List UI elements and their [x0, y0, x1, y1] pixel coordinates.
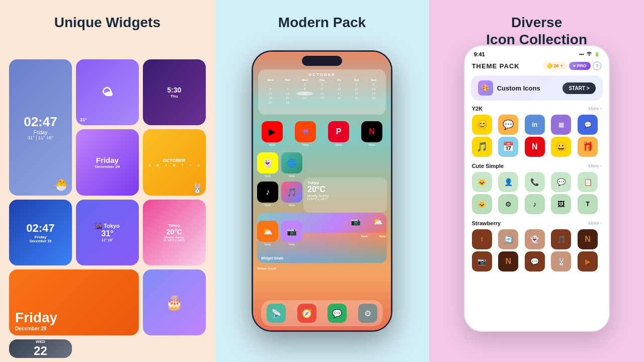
y2k-icons-row1: 😊 💬 in ▦ 💬: [472, 115, 602, 135]
camera-app-label: Note: [289, 243, 295, 246]
tiktok-icon: ♪: [257, 182, 278, 203]
app-tiktok: ♪ Note: [257, 182, 278, 207]
widget-wed-num: 22: [34, 344, 47, 358]
coin-plus: +: [560, 63, 563, 68]
sb-icon-4: 🎵: [551, 229, 571, 249]
phone-mockup: OCTOBER Mon Tue Wed Thu Fri Sat Sun 1 2 …: [252, 50, 392, 332]
strawberry-icons-row1: f 🔄 👻 🎵 N: [472, 229, 602, 249]
right-panel: DiverseIcon Collection 9:41 ▪▪▪ 🔋 THEME …: [429, 0, 644, 362]
phone-calendar-widget: OCTOBER Mon Tue Wed Thu Fri Sat Sun 1 2 …: [258, 69, 386, 115]
cs-icon-3: 📞: [525, 172, 545, 192]
weather-app-label: Note: [265, 243, 271, 246]
phone-dock: 📡 🧭 💬 ⚙: [261, 300, 383, 326]
y2k-header: Y2K More ›: [472, 106, 602, 112]
widget-weather2-city: 🌆 Tokyo: [95, 223, 120, 229]
music-icon: 🎵: [281, 182, 302, 203]
widget-weather: 🌤 31°: [76, 59, 139, 125]
left-panel-title: Unique Widgets: [44, 0, 171, 36]
help-icon: ?: [596, 63, 598, 68]
y2k-icon-10: 🎁: [578, 137, 598, 157]
widget-weather2-temp: 31°: [101, 229, 113, 238]
note-label-2: Note: [379, 235, 386, 238]
right-phone-mockup: 9:41 ▪▪▪ 🔋 THEME PACK 🟡 20 + ♥ PR: [464, 45, 610, 332]
widget-fri-big-day: Friday: [15, 310, 57, 326]
cs-icon-5: 📋: [578, 172, 598, 192]
widget-small-time-val: 5:30: [167, 86, 181, 94]
y2k-icon-5: 💬: [578, 115, 598, 135]
cute-simple-icons-row2: 🐱 ⚙ ♪ 🖼 T: [472, 194, 602, 214]
app-youtube-label: Note: [269, 143, 276, 146]
start-button[interactable]: START >: [562, 82, 595, 94]
big-widget-label: Widget Small: [261, 256, 283, 260]
widget-time2-day: Friday: [34, 235, 46, 239]
y2k-icon-2: 💬: [498, 115, 518, 135]
camera-app-icon: 📷: [281, 221, 302, 242]
help-button[interactable]: ?: [593, 61, 602, 70]
app-netflix: N Note: [357, 121, 387, 146]
widget-cal-month: OCTOBER: [163, 158, 186, 163]
app-pinterest: P Note: [324, 121, 354, 146]
pro-label: PRO: [577, 63, 587, 68]
widget-fri-label: Friday: [96, 156, 119, 164]
cute-simple-title: Cute Simple: [472, 163, 504, 169]
cs-icon-7: ⚙: [498, 194, 518, 214]
cs-icon-6: 🐱: [472, 194, 492, 214]
strawberry-more[interactable]: More ›: [589, 221, 602, 226]
section-y2k: Y2K More › 😊 💬 in ▦ 💬 🎵 📅 N 😀 🎁: [465, 103, 609, 160]
widget-tokyo-temp: 20°C: [167, 228, 182, 236]
widget-small-label: Widget Small: [257, 267, 276, 270]
sb-icon-9: 🐰: [551, 251, 571, 272]
app-row-tiktok: ♪ Note 🎵 Note: [257, 182, 302, 207]
y2k-more[interactable]: More ›: [589, 106, 602, 111]
right-panel-title: DiverseIcon Collection: [476, 0, 597, 53]
sb-icon-6: 📷: [472, 251, 492, 272]
reddit-icon: 👾: [295, 121, 316, 142]
note-label-1: Note: [361, 235, 368, 238]
center-panel-title: Modern Pack: [268, 0, 376, 36]
app-reddit-label: Note: [302, 143, 309, 146]
custom-icons-btn-icon: 🎨: [478, 80, 493, 96]
pinterest-icon: P: [328, 121, 349, 142]
weather-range: H:24°C L:18°C: [307, 198, 383, 201]
widget-cake: 🎂: [143, 269, 206, 335]
app-chrome: 🌀 Note: [281, 152, 302, 177]
sb-icon-7: N: [498, 251, 518, 272]
coin-icon: 🟡: [547, 63, 552, 68]
app-youtube: ▶ Note: [257, 121, 287, 146]
widget-fri-big-date: December 29: [15, 326, 46, 331]
phone-screen: OCTOBER Mon Tue Wed Thu Fri Sat Sun 1 2 …: [253, 52, 391, 330]
app-grid-row2: 👻 Note 🌀 Note: [257, 152, 302, 177]
y2k-icon-3: in: [525, 115, 545, 135]
widget-weather2: 🌆 Tokyo 31° 11° 16°: [76, 200, 139, 265]
pro-badge: ♥ PRO: [569, 62, 591, 70]
phone-notch: [302, 56, 342, 66]
widgets-grid: 02:47 Friday 31° | 11° 18° 🐣 🌤 31° 5:30 …: [5, 55, 210, 362]
coins-badge: 🟡 20 +: [543, 62, 567, 70]
strawberry-title: Strawberry: [472, 220, 501, 226]
app-snap-label: Note: [265, 174, 271, 177]
widget-tokyo-city: Tokyo: [169, 223, 180, 228]
widget-time-char: 🐣: [54, 178, 68, 192]
custom-icons-btn-label: Custom Icons: [497, 84, 540, 92]
custom-icons-button[interactable]: 🎨 Custom Icons START >: [471, 75, 603, 101]
custom-icons-btn-left: 🎨 Custom Icons: [478, 80, 540, 96]
cute-simple-header: Cute Simple More ›: [472, 163, 602, 169]
app-grid-row1: ▶ Note 👾 Note P Note N Note: [257, 121, 387, 146]
widget-tokyo-weather: Tokyo 20°C Mostly Sunny H: 24°C L:18°C: [143, 200, 206, 265]
widget-weather2-range: 11° 16°: [102, 238, 113, 242]
app-music-label: Note: [289, 204, 295, 207]
y2k-title: Y2K: [472, 106, 482, 112]
sb-icon-8: 💬: [525, 251, 545, 272]
y2k-icons-row2: 🎵 📅 N 😀 🎁: [472, 137, 602, 157]
youtube-icon: ▶: [262, 121, 283, 142]
y2k-icon-7: 📅: [498, 137, 518, 157]
widget-fri-big: Friday December 29: [9, 269, 139, 335]
weather-app-icon: ⛅: [257, 221, 278, 242]
app-music: 🎵 Note: [281, 182, 302, 207]
widget-cal-char: 🐰: [192, 183, 203, 194]
cute-simple-more[interactable]: More ›: [589, 163, 602, 168]
widget-time-temp: 31° | 11° 18°: [28, 135, 53, 140]
snap-icon: 👻: [257, 152, 278, 173]
widget-time-value: 02:47: [24, 114, 57, 130]
cs-icon-9: 🖼: [551, 194, 571, 214]
